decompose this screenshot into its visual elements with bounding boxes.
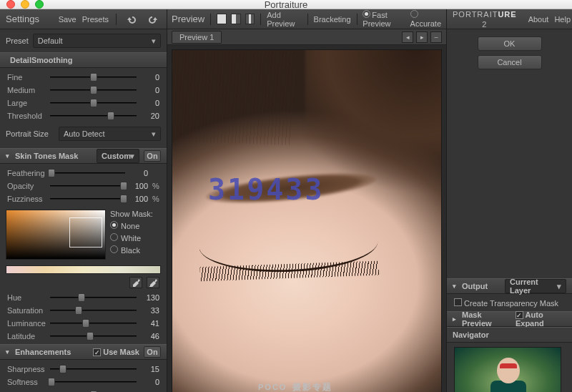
feathering-value: 0 xyxy=(129,169,148,177)
fine-value: 0 xyxy=(141,73,159,82)
feathering-label: Feathering xyxy=(7,169,46,177)
eyedropper-icon[interactable] xyxy=(129,277,142,288)
cancel-button[interactable]: Cancel xyxy=(478,55,542,69)
feathering-slider[interactable] xyxy=(50,168,125,178)
preview-canvas[interactable]: 319433 POCO 摄影专题 http://photo.poco.cn xyxy=(167,45,446,392)
close-window-button[interactable] xyxy=(6,0,15,9)
softness-slider[interactable] xyxy=(50,377,137,387)
preset-label: Preset xyxy=(6,36,29,45)
saturation-slider[interactable] xyxy=(50,305,137,315)
medium-slider[interactable] xyxy=(50,85,137,95)
navigator-title: Navigator xyxy=(453,330,489,339)
latitude-slider[interactable] xyxy=(50,331,137,341)
zoom-window-button[interactable] xyxy=(35,0,44,9)
threshold-slider[interactable] xyxy=(50,111,137,121)
undo-icon[interactable] xyxy=(124,13,139,26)
opacity-slider[interactable] xyxy=(50,181,125,191)
luminance-label: Luminance xyxy=(7,319,46,328)
fine-slider[interactable] xyxy=(50,72,137,82)
skin-tones-title: Skin Tones Mask xyxy=(15,152,78,160)
sharpness-label: Sharpness xyxy=(7,365,46,373)
hue-value: 130 xyxy=(141,293,159,302)
enhancements-title: Enhancements xyxy=(15,348,71,356)
settings-title: Settings xyxy=(6,14,39,24)
mask-none-radio[interactable]: None xyxy=(110,221,153,230)
view-single-icon[interactable] xyxy=(217,14,227,24)
brand-logo: PORTRAITURE 2 xyxy=(453,6,517,32)
sharpness-value: 15 xyxy=(141,365,159,373)
detail-smoothing-title: DetailSmoothing xyxy=(10,56,72,64)
tab-close-icon[interactable]: – xyxy=(430,31,442,43)
output-title: Output xyxy=(462,282,488,290)
preset-dropdown[interactable]: Default xyxy=(33,34,161,48)
medium-value: 0 xyxy=(141,86,159,94)
hue-slider[interactable] xyxy=(50,293,137,303)
fuzziness-value: 100 xyxy=(129,195,148,203)
preview-panel: Preview Add Preview Bracketing Fast Prev… xyxy=(167,9,447,392)
threshold-label: Threshold xyxy=(7,112,46,120)
skin-on-toggle[interactable]: On xyxy=(144,150,161,162)
portrait-size-label: Portrait Size xyxy=(6,129,54,138)
latitude-label: Latitude xyxy=(7,332,46,340)
right-panel: PORTRAITURE 2 About Help OK Cancel ▾Outp… xyxy=(447,9,572,392)
mask-white-radio[interactable]: White xyxy=(110,233,153,242)
luminance-slider[interactable] xyxy=(50,318,137,328)
navigator-thumbnail[interactable] xyxy=(454,347,561,392)
use-mask-checkbox[interactable]: ✓ Use Mask xyxy=(93,348,139,357)
save-preset-link[interactable]: Save xyxy=(59,15,77,24)
color-picker[interactable] xyxy=(6,210,106,260)
sharpness-slider[interactable] xyxy=(50,364,137,374)
saturation-label: Saturation xyxy=(7,306,46,315)
presets-link[interactable]: Presets xyxy=(82,15,109,24)
medium-label: Medium xyxy=(7,86,46,94)
large-value: 0 xyxy=(141,99,159,107)
view-split-icon[interactable] xyxy=(231,14,241,24)
fuzziness-slider[interactable] xyxy=(50,194,125,204)
ok-button[interactable]: OK xyxy=(478,36,542,51)
preview-image: 319433 POCO 摄影专题 http://photo.poco.cn xyxy=(172,49,442,392)
preview-tab-1[interactable]: Preview 1 xyxy=(172,31,222,44)
opacity-value: 100 xyxy=(129,182,148,190)
redo-icon[interactable] xyxy=(145,13,161,26)
hue-strip[interactable] xyxy=(6,265,161,274)
preview-title: Preview xyxy=(172,14,204,24)
add-preview-link[interactable]: Add Preview xyxy=(267,11,302,28)
fine-label: Fine xyxy=(7,73,46,82)
portrait-size-dropdown[interactable]: Auto Detect xyxy=(59,127,161,141)
accurate-radio[interactable]: Accurate xyxy=(410,10,442,28)
minimize-window-button[interactable] xyxy=(21,0,29,9)
skin-mode-dropdown[interactable]: Custom xyxy=(97,149,139,163)
softness-value: 0 xyxy=(141,378,159,386)
saturation-value: 33 xyxy=(141,306,159,315)
about-link[interactable]: About xyxy=(528,15,549,24)
output-dropdown[interactable]: Current Layer xyxy=(505,279,566,293)
eyedropper-minus-icon[interactable] xyxy=(147,277,159,288)
hue-label: Hue xyxy=(7,293,46,302)
mask-black-radio[interactable]: Black xyxy=(110,245,153,255)
mask-preview-title: Mask Preview xyxy=(462,310,507,328)
opacity-label: Opacity xyxy=(7,182,46,190)
titlebar: Portraiture xyxy=(0,0,572,9)
large-slider[interactable] xyxy=(50,98,137,108)
fast-preview-radio[interactable]: Fast Preview xyxy=(363,10,405,28)
tab-prev-icon[interactable]: ◂ xyxy=(402,31,413,43)
view-side-icon[interactable] xyxy=(245,14,255,24)
threshold-value: 20 xyxy=(141,112,159,120)
settings-panel: Settings Save Presets Preset Default Det… xyxy=(0,9,167,392)
auto-expand-checkbox[interactable]: ✓ Auto Expand xyxy=(516,310,566,328)
watermark-number: 319433 xyxy=(208,173,325,206)
enhancements-on-toggle[interactable]: On xyxy=(144,346,161,358)
help-link[interactable]: Help xyxy=(554,15,571,24)
latitude-value: 46 xyxy=(141,332,159,340)
luminance-value: 41 xyxy=(141,319,159,328)
large-label: Large xyxy=(7,99,46,107)
window-title: Portraiture xyxy=(265,0,308,10)
show-mask-label: Show Mask: xyxy=(110,210,153,218)
create-transparency-checkbox[interactable]: Create Transparency Mask xyxy=(454,298,558,308)
tab-next-icon[interactable]: ▸ xyxy=(416,31,428,43)
bracketing-link[interactable]: Bracketing xyxy=(314,15,351,24)
softness-label: Softness xyxy=(7,378,46,386)
fuzziness-label: Fuzziness xyxy=(7,195,46,203)
